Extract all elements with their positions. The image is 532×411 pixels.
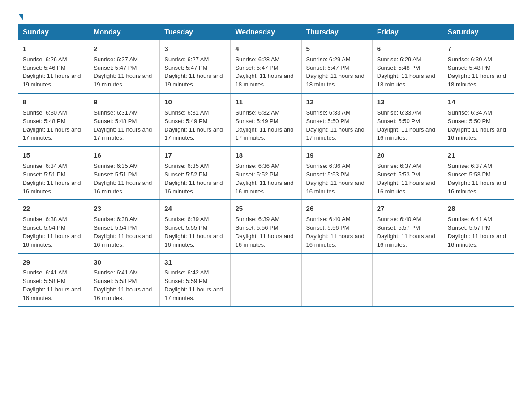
day-info: Sunrise: 6:34 AMSunset: 5:50 PMDaylight:… bbox=[448, 109, 506, 141]
calendar-header-row: SundayMondayTuesdayWednesdayThursdayFrid… bbox=[18, 25, 514, 40]
header-thursday: Thursday bbox=[301, 25, 372, 40]
calendar-table: SundayMondayTuesdayWednesdayThursdayFrid… bbox=[18, 24, 514, 307]
day-number: 8 bbox=[23, 97, 85, 107]
calendar-cell: 7Sunrise: 6:30 AMSunset: 5:48 PMDaylight… bbox=[443, 40, 514, 94]
calendar-week-row: 15Sunrise: 6:34 AMSunset: 5:51 PMDayligh… bbox=[18, 146, 514, 200]
day-info: Sunrise: 6:26 AMSunset: 5:46 PMDaylight:… bbox=[23, 56, 81, 88]
day-info: Sunrise: 6:36 AMSunset: 5:52 PMDaylight:… bbox=[235, 163, 293, 195]
calendar-cell: 4Sunrise: 6:28 AMSunset: 5:47 PMDaylight… bbox=[231, 40, 301, 94]
calendar-cell: 15Sunrise: 6:34 AMSunset: 5:51 PMDayligh… bbox=[18, 146, 89, 200]
header-tuesday: Tuesday bbox=[160, 25, 231, 40]
calendar-cell: 29Sunrise: 6:41 AMSunset: 5:58 PMDayligh… bbox=[18, 253, 89, 307]
day-info: Sunrise: 6:30 AMSunset: 5:48 PMDaylight:… bbox=[23, 109, 81, 141]
day-info: Sunrise: 6:35 AMSunset: 5:52 PMDaylight:… bbox=[164, 163, 223, 195]
day-number: 3 bbox=[164, 44, 226, 54]
day-number: 10 bbox=[164, 97, 226, 107]
day-info: Sunrise: 6:37 AMSunset: 5:53 PMDaylight:… bbox=[377, 163, 435, 195]
calendar-cell: 14Sunrise: 6:34 AMSunset: 5:50 PMDayligh… bbox=[443, 93, 514, 146]
day-info: Sunrise: 6:39 AMSunset: 5:56 PMDaylight:… bbox=[235, 216, 293, 248]
calendar-cell bbox=[301, 253, 372, 307]
calendar-week-row: 8Sunrise: 6:30 AMSunset: 5:48 PMDaylight… bbox=[18, 93, 514, 146]
calendar-cell: 1Sunrise: 6:26 AMSunset: 5:46 PMDaylight… bbox=[18, 40, 89, 94]
day-number: 11 bbox=[235, 97, 296, 107]
day-info: Sunrise: 6:32 AMSunset: 5:49 PMDaylight:… bbox=[235, 109, 293, 141]
day-number: 20 bbox=[377, 150, 438, 160]
day-number: 7 bbox=[448, 44, 510, 54]
calendar-cell: 10Sunrise: 6:31 AMSunset: 5:49 PMDayligh… bbox=[160, 93, 231, 146]
day-info: Sunrise: 6:31 AMSunset: 5:49 PMDaylight:… bbox=[164, 109, 223, 141]
calendar-cell: 23Sunrise: 6:38 AMSunset: 5:54 PMDayligh… bbox=[89, 200, 160, 253]
calendar-cell: 8Sunrise: 6:30 AMSunset: 5:48 PMDaylight… bbox=[18, 93, 89, 146]
day-number: 31 bbox=[164, 257, 226, 267]
day-number: 21 bbox=[448, 150, 510, 160]
day-number: 26 bbox=[306, 204, 368, 214]
day-info: Sunrise: 6:40 AMSunset: 5:57 PMDaylight:… bbox=[377, 216, 435, 248]
logo bbox=[18, 13, 23, 20]
day-info: Sunrise: 6:42 AMSunset: 5:59 PMDaylight:… bbox=[164, 269, 223, 301]
day-number: 18 bbox=[235, 150, 296, 160]
day-info: Sunrise: 6:33 AMSunset: 5:50 PMDaylight:… bbox=[377, 109, 435, 141]
day-number: 30 bbox=[94, 257, 155, 267]
day-number: 2 bbox=[94, 44, 155, 54]
calendar-week-row: 1Sunrise: 6:26 AMSunset: 5:46 PMDaylight… bbox=[18, 40, 514, 94]
logo-arrow-icon bbox=[19, 14, 23, 21]
calendar-cell: 3Sunrise: 6:27 AMSunset: 5:47 PMDaylight… bbox=[160, 40, 231, 94]
page-header bbox=[18, 13, 514, 20]
day-number: 1 bbox=[23, 44, 85, 54]
calendar-cell: 28Sunrise: 6:41 AMSunset: 5:57 PMDayligh… bbox=[443, 200, 514, 253]
day-info: Sunrise: 6:41 AMSunset: 5:58 PMDaylight:… bbox=[94, 269, 152, 301]
calendar-cell: 20Sunrise: 6:37 AMSunset: 5:53 PMDayligh… bbox=[372, 146, 443, 200]
calendar-cell: 27Sunrise: 6:40 AMSunset: 5:57 PMDayligh… bbox=[372, 200, 443, 253]
calendar-cell: 19Sunrise: 6:36 AMSunset: 5:53 PMDayligh… bbox=[301, 146, 372, 200]
day-number: 12 bbox=[306, 97, 368, 107]
header-saturday: Saturday bbox=[443, 25, 514, 40]
calendar-cell bbox=[231, 253, 301, 307]
day-number: 4 bbox=[235, 44, 296, 54]
day-info: Sunrise: 6:31 AMSunset: 5:48 PMDaylight:… bbox=[94, 109, 152, 141]
day-info: Sunrise: 6:41 AMSunset: 5:58 PMDaylight:… bbox=[23, 269, 81, 301]
calendar-cell: 21Sunrise: 6:37 AMSunset: 5:53 PMDayligh… bbox=[443, 146, 514, 200]
calendar-cell: 30Sunrise: 6:41 AMSunset: 5:58 PMDayligh… bbox=[89, 253, 160, 307]
calendar-cell: 22Sunrise: 6:38 AMSunset: 5:54 PMDayligh… bbox=[18, 200, 89, 253]
calendar-cell: 17Sunrise: 6:35 AMSunset: 5:52 PMDayligh… bbox=[160, 146, 231, 200]
day-number: 19 bbox=[306, 150, 368, 160]
day-info: Sunrise: 6:29 AMSunset: 5:48 PMDaylight:… bbox=[377, 56, 435, 88]
day-number: 6 bbox=[377, 44, 438, 54]
header-friday: Friday bbox=[372, 25, 443, 40]
day-number: 29 bbox=[23, 257, 85, 267]
day-info: Sunrise: 6:30 AMSunset: 5:48 PMDaylight:… bbox=[448, 56, 506, 88]
day-number: 27 bbox=[377, 204, 438, 214]
calendar-cell: 11Sunrise: 6:32 AMSunset: 5:49 PMDayligh… bbox=[231, 93, 301, 146]
calendar-cell: 5Sunrise: 6:29 AMSunset: 5:47 PMDaylight… bbox=[301, 40, 372, 94]
day-number: 24 bbox=[164, 204, 226, 214]
calendar-cell: 12Sunrise: 6:33 AMSunset: 5:50 PMDayligh… bbox=[301, 93, 372, 146]
day-info: Sunrise: 6:29 AMSunset: 5:47 PMDaylight:… bbox=[306, 56, 365, 88]
header-wednesday: Wednesday bbox=[231, 25, 301, 40]
day-number: 5 bbox=[306, 44, 368, 54]
calendar-cell: 25Sunrise: 6:39 AMSunset: 5:56 PMDayligh… bbox=[231, 200, 301, 253]
day-number: 14 bbox=[448, 97, 510, 107]
calendar-cell: 26Sunrise: 6:40 AMSunset: 5:56 PMDayligh… bbox=[301, 200, 372, 253]
day-number: 16 bbox=[94, 150, 155, 160]
day-info: Sunrise: 6:40 AMSunset: 5:56 PMDaylight:… bbox=[306, 216, 365, 248]
calendar-cell bbox=[443, 253, 514, 307]
calendar-cell: 13Sunrise: 6:33 AMSunset: 5:50 PMDayligh… bbox=[372, 93, 443, 146]
calendar-cell: 6Sunrise: 6:29 AMSunset: 5:48 PMDaylight… bbox=[372, 40, 443, 94]
calendar-cell: 24Sunrise: 6:39 AMSunset: 5:55 PMDayligh… bbox=[160, 200, 231, 253]
day-info: Sunrise: 6:27 AMSunset: 5:47 PMDaylight:… bbox=[94, 56, 152, 88]
day-number: 13 bbox=[377, 97, 438, 107]
day-number: 17 bbox=[164, 150, 226, 160]
day-info: Sunrise: 6:34 AMSunset: 5:51 PMDaylight:… bbox=[23, 163, 81, 195]
header-monday: Monday bbox=[89, 25, 160, 40]
calendar-cell: 18Sunrise: 6:36 AMSunset: 5:52 PMDayligh… bbox=[231, 146, 301, 200]
day-info: Sunrise: 6:28 AMSunset: 5:47 PMDaylight:… bbox=[235, 56, 293, 88]
calendar-week-row: 29Sunrise: 6:41 AMSunset: 5:58 PMDayligh… bbox=[18, 253, 514, 307]
day-info: Sunrise: 6:38 AMSunset: 5:54 PMDaylight:… bbox=[23, 216, 81, 248]
day-info: Sunrise: 6:27 AMSunset: 5:47 PMDaylight:… bbox=[164, 56, 223, 88]
day-info: Sunrise: 6:38 AMSunset: 5:54 PMDaylight:… bbox=[94, 216, 152, 248]
day-info: Sunrise: 6:37 AMSunset: 5:53 PMDaylight:… bbox=[448, 163, 506, 195]
day-info: Sunrise: 6:41 AMSunset: 5:57 PMDaylight:… bbox=[448, 216, 506, 248]
day-number: 28 bbox=[448, 204, 510, 214]
day-number: 15 bbox=[23, 150, 85, 160]
day-info: Sunrise: 6:39 AMSunset: 5:55 PMDaylight:… bbox=[164, 216, 223, 248]
